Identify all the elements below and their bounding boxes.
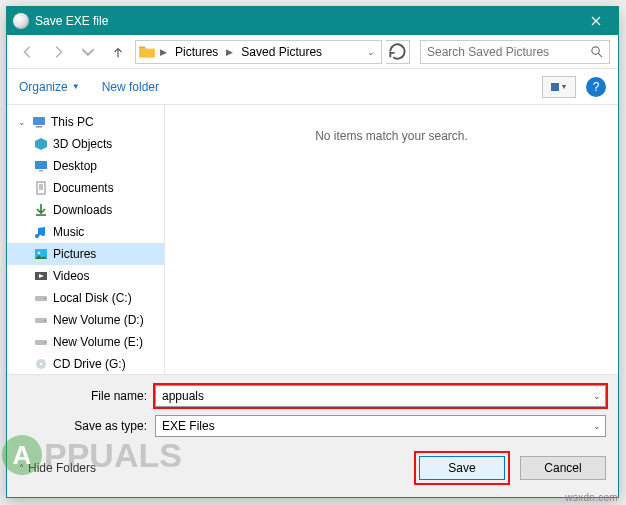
pictures-icon: [33, 246, 49, 262]
tree-node-3d-objects[interactable]: 3D Objects: [7, 133, 164, 155]
svg-point-12: [44, 320, 46, 322]
forward-button[interactable]: [45, 40, 71, 64]
saveastype-value: EXE Files: [162, 419, 215, 433]
drive-icon: [33, 334, 49, 350]
save-highlight: Save: [414, 451, 510, 485]
search-icon: [590, 45, 603, 58]
refresh-icon: [386, 40, 409, 63]
chevron-down-icon[interactable]: ⌄: [593, 421, 601, 431]
back-button[interactable]: [15, 40, 41, 64]
tree-label: Music: [53, 225, 84, 239]
save-button[interactable]: Save: [419, 456, 505, 480]
breadcrumb-saved-pictures[interactable]: Saved Pictures: [237, 45, 326, 59]
drive-icon: [33, 290, 49, 306]
recent-locations-button[interactable]: [75, 40, 101, 64]
toolbar: Organize ▼ New folder ▼ ?: [7, 69, 618, 105]
breadcrumb-pictures[interactable]: Pictures: [171, 45, 222, 59]
dialog-body: ⌄ This PC 3D Objects Desktop Documents D…: [7, 105, 618, 374]
brand-text: PPUALS: [44, 436, 182, 475]
tree-label: CD Drive (G:): [53, 357, 126, 371]
tree-label: Local Disk (C:): [53, 291, 132, 305]
chevron-down-icon: ▼: [72, 82, 80, 91]
cancel-label: Cancel: [544, 461, 581, 475]
tree-node-downloads[interactable]: Downloads: [7, 199, 164, 221]
close-button[interactable]: [574, 7, 618, 35]
chevron-down-icon: [81, 45, 95, 59]
tree-label: This PC: [51, 115, 94, 129]
chevron-down-icon: ▼: [561, 83, 568, 90]
tree-label: Downloads: [53, 203, 112, 217]
videos-icon: [33, 268, 49, 284]
tree-node-videos[interactable]: Videos: [7, 265, 164, 287]
save-file-dialog: Save EXE file ▶ Pictures ▶ Saved Picture…: [6, 6, 619, 498]
svg-point-14: [44, 342, 46, 344]
tree-label: Videos: [53, 269, 89, 283]
arrow-left-icon: [21, 45, 35, 59]
view-options-button[interactable]: ▼: [542, 76, 576, 98]
help-button[interactable]: ?: [586, 77, 606, 97]
downloads-icon: [33, 202, 49, 218]
cd-drive-icon: [33, 356, 49, 372]
drive-icon: [33, 312, 49, 328]
window-title: Save EXE file: [35, 14, 574, 28]
tree-label: New Volume (D:): [53, 313, 144, 327]
view-icon: [551, 83, 559, 91]
chevron-down-icon[interactable]: ⌄: [593, 391, 601, 401]
saveastype-select[interactable]: EXE Files ⌄: [155, 415, 606, 437]
desktop-icon: [33, 158, 49, 174]
svg-rect-3: [35, 161, 47, 169]
tree-label: New Volume (E:): [53, 335, 143, 349]
expand-icon[interactable]: ⌄: [17, 117, 27, 127]
saveastype-label: Save as type:: [19, 419, 147, 433]
organize-label: Organize: [19, 80, 68, 94]
svg-point-7: [38, 252, 41, 255]
svg-rect-5: [37, 182, 45, 194]
svg-point-10: [44, 298, 46, 300]
folder-icon: [138, 44, 156, 60]
tree-node-new-volume-d[interactable]: New Volume (D:): [7, 309, 164, 331]
help-icon: ?: [593, 80, 600, 94]
cube-icon: [33, 136, 49, 152]
filename-field[interactable]: [162, 389, 599, 403]
organize-button[interactable]: Organize ▼: [19, 80, 80, 94]
cancel-button[interactable]: Cancel: [520, 456, 606, 480]
tree-label: Pictures: [53, 247, 96, 261]
brand-badge-icon: A: [2, 435, 42, 475]
new-folder-button[interactable]: New folder: [102, 80, 159, 94]
tree-node-cd-drive-g[interactable]: CD Drive (G:): [7, 353, 164, 374]
arrow-up-icon: [111, 45, 125, 59]
search-input[interactable]: [427, 45, 586, 59]
filename-label: File name:: [19, 389, 147, 403]
up-button[interactable]: [105, 40, 131, 64]
tree-node-music[interactable]: Music: [7, 221, 164, 243]
tree-node-documents[interactable]: Documents: [7, 177, 164, 199]
watermark: wsxdn.com: [565, 492, 618, 503]
search-box[interactable]: [420, 40, 610, 64]
nav-tree: ⌄ This PC 3D Objects Desktop Documents D…: [7, 105, 165, 374]
close-icon: [591, 16, 601, 26]
refresh-button[interactable]: [386, 40, 410, 64]
address-dropdown-icon[interactable]: ⌄: [363, 47, 379, 57]
chevron-right-icon[interactable]: ▶: [158, 47, 169, 57]
save-label: Save: [448, 461, 475, 475]
filename-input[interactable]: ⌄: [155, 385, 606, 407]
svg-rect-2: [36, 126, 42, 128]
tree-node-this-pc[interactable]: ⌄ This PC: [7, 111, 164, 133]
svg-rect-4: [39, 170, 43, 172]
brand-overlay: A PPUALS: [2, 435, 182, 475]
address-bar[interactable]: ▶ Pictures ▶ Saved Pictures ⌄: [135, 40, 382, 64]
tree-node-desktop[interactable]: Desktop: [7, 155, 164, 177]
tree-label: Documents: [53, 181, 114, 195]
navbar: ▶ Pictures ▶ Saved Pictures ⌄: [7, 35, 618, 69]
tree-node-pictures[interactable]: Pictures: [7, 243, 164, 265]
music-icon: [33, 224, 49, 240]
tree-node-local-disk-c[interactable]: Local Disk (C:): [7, 287, 164, 309]
svg-point-0: [592, 47, 599, 54]
svg-point-16: [40, 363, 42, 365]
tree-label: 3D Objects: [53, 137, 112, 151]
arrow-right-icon: [51, 45, 65, 59]
chevron-right-icon[interactable]: ▶: [224, 47, 235, 57]
file-list-area[interactable]: No items match your search.: [165, 105, 618, 374]
tree-node-new-volume-e[interactable]: New Volume (E:): [7, 331, 164, 353]
saveastype-row: Save as type: EXE Files ⌄: [19, 415, 606, 437]
